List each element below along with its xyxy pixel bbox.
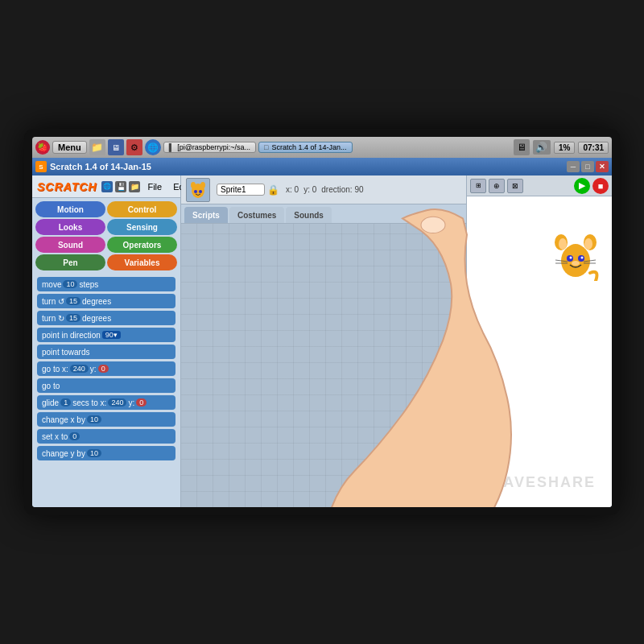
close-button[interactable]: ✕: [596, 161, 609, 172]
clock-display: 07:31: [578, 142, 609, 154]
svg-point-15: [572, 261, 580, 266]
save-icon[interactable]: 💾: [115, 181, 126, 192]
cat-pen[interactable]: Pen: [35, 254, 105, 270]
svg-point-13: [570, 257, 572, 259]
taskbar-scratch-label: Scratch 1.4 of 14-Jan...: [272, 143, 347, 151]
lock-icon: 🔒: [267, 184, 279, 196]
taskbar-files-icon[interactable]: 📁: [89, 139, 105, 155]
taskbar-scratch-icon: □: [264, 143, 268, 151]
stage-controls: ▶ ■: [574, 178, 609, 194]
sprite-thumbnail: [186, 178, 210, 202]
taskbar-browser-icon[interactable]: 🌐: [145, 139, 161, 155]
svg-point-14: [581, 257, 584, 259]
scratch-window: S Scratch 1.4 of 14-Jan-15 ─ □ ✕ SCRATCH: [32, 158, 612, 507]
svg-point-1: [191, 182, 196, 188]
stage-area[interactable]: [467, 196, 612, 507]
block-point-direction[interactable]: point in direction 90▾: [37, 328, 175, 342]
taskbar: 🍓 Menu 📁 🖥 ⚙ 🌐 ▌ [pi@raspberrypi:~/sa...…: [32, 137, 612, 158]
stage-sprite-cat: [551, 233, 600, 281]
svg-point-4: [199, 190, 202, 193]
block-change-y[interactable]: change y by 10: [37, 446, 175, 460]
x-label: x: 0: [286, 185, 299, 194]
block-turn-left[interactable]: turn ↺ 15 degrees: [37, 294, 175, 308]
cat-variables[interactable]: Variables: [107, 254, 177, 270]
green-flag-button[interactable]: ▶: [574, 178, 590, 194]
cat-operators[interactable]: Operators: [107, 237, 177, 253]
waveshare-watermark: WAVESHARE: [489, 474, 596, 491]
globe-icon[interactable]: 🌐: [101, 181, 113, 192]
cat-sound[interactable]: Sound: [35, 237, 105, 253]
cat-motion[interactable]: Motion: [35, 201, 105, 217]
menu-file[interactable]: File: [145, 181, 164, 192]
tab-sounds[interactable]: Sounds: [286, 207, 332, 223]
taskbar-monitor-icon[interactable]: 🖥: [108, 139, 124, 155]
stage-panel: ⊞ ⊕ ⊠ ▶ ■: [467, 175, 612, 507]
cat-sensing[interactable]: Sensing: [107, 219, 177, 235]
script-area[interactable]: [181, 224, 466, 507]
display-icon[interactable]: 🖥: [514, 139, 530, 155]
scratch-logo-bar: SCRATCH 🌐 💾 📁 File Edit Share Help: [32, 175, 180, 198]
taskbar-gear-icon[interactable]: ⚙: [126, 139, 142, 155]
block-move[interactable]: move 10 steps: [37, 277, 175, 291]
volume-icon[interactable]: 🔊: [533, 140, 551, 155]
scratch-window-title: Scratch 1.4 of 14-Jan-15: [50, 162, 151, 171]
svg-point-8: [559, 238, 567, 250]
taskbar-right: 🖥 🔊 1% 07:31: [514, 139, 609, 155]
scratch-logo: SCRATCH: [37, 180, 97, 193]
sprite-info: 🔒 x: 0 y: 0 drection: 90: [181, 175, 466, 204]
svg-point-2: [200, 182, 205, 188]
block-goto[interactable]: go to: [37, 378, 175, 393]
cat-looks[interactable]: Looks: [35, 219, 105, 235]
folder-icon[interactable]: 📁: [129, 181, 140, 192]
svg-point-9: [584, 238, 592, 250]
block-turn-right[interactable]: turn ↻ 15 degrees: [37, 311, 175, 325]
monitor-screen: 🍓 Menu 📁 🖥 ⚙ 🌐 ▌ [pi@raspberrypi:~/sa...…: [32, 137, 612, 507]
blocks-panel: SCRATCH 🌐 💾 📁 File Edit Share Help: [32, 175, 181, 507]
taskbar-terminal-label: [pi@raspberrypi:~/sa...: [177, 143, 250, 151]
raspberry-pi-icon: 🍓: [35, 140, 50, 155]
block-set-x[interactable]: set x to 0: [37, 429, 175, 444]
block-glide[interactable]: glide 1 secs to x: 240 y: 0: [37, 395, 175, 410]
monitor: 🍓 Menu 📁 🖥 ⚙ 🌐 ▌ [pi@raspberrypi:~/sa...…: [24, 129, 620, 515]
svg-point-3: [194, 190, 197, 193]
y-label: y: 0: [303, 185, 316, 194]
blocks-list: move 10 steps turn ↺ 15 degrees turn ↻ 1…: [32, 274, 180, 507]
block-change-x[interactable]: change x by 10: [37, 412, 175, 427]
fullscreen-icon[interactable]: ⊠: [507, 179, 523, 193]
sprite-name-area: 🔒: [217, 184, 279, 196]
cat-control[interactable]: Control: [107, 201, 177, 217]
battery-status: 1%: [554, 142, 575, 154]
scripts-panel: 🔒 x: 0 y: 0 drection: 90 Scripts Costume…: [181, 175, 467, 507]
scratch-logo-icons: 🌐 💾 📁: [101, 181, 140, 192]
script-tabs: Scripts Costumes Sounds: [181, 204, 466, 224]
category-grid: Motion Control Looks Sensing Sound Opera…: [32, 198, 180, 274]
stage-toolbar: ⊞ ⊕ ⊠ ▶ ■: [467, 175, 612, 196]
block-point-towards[interactable]: point towards: [37, 345, 175, 359]
menu-label: Menu: [58, 142, 81, 152]
tab-scripts[interactable]: Scripts: [184, 207, 228, 223]
taskbar-terminal-icon: ▌: [169, 143, 174, 151]
minimize-button[interactable]: ─: [567, 161, 580, 172]
taskbar-terminal-btn[interactable]: ▌ [pi@raspberrypi:~/sa...: [163, 142, 256, 153]
sprite-name-input[interactable]: [217, 184, 265, 196]
zoom-fit-icon[interactable]: ⊞: [470, 179, 486, 193]
taskbar-scratch-btn[interactable]: □ Scratch 1.4 of 14-Jan...: [258, 142, 353, 153]
sprite-coords: x: 0 y: 0 drection: 90: [286, 185, 364, 194]
window-controls: ─ □ ✕: [567, 161, 609, 172]
scratch-window-icon: S: [35, 161, 47, 172]
stop-button[interactable]: ■: [592, 178, 609, 194]
tab-costumes[interactable]: Costumes: [229, 207, 284, 223]
scratch-titlebar: S Scratch 1.4 of 14-Jan-15 ─ □ ✕: [32, 158, 612, 175]
block-goto-xy[interactable]: go to x: 240 y: 0: [37, 361, 175, 376]
zoom-in-icon[interactable]: ⊕: [489, 179, 505, 193]
dir-label: drection: 90: [321, 185, 363, 194]
maximize-button[interactable]: □: [581, 161, 594, 172]
scratch-content: SCRATCH 🌐 💾 📁 File Edit Share Help: [32, 175, 612, 507]
menu-button[interactable]: Menu: [52, 141, 87, 154]
